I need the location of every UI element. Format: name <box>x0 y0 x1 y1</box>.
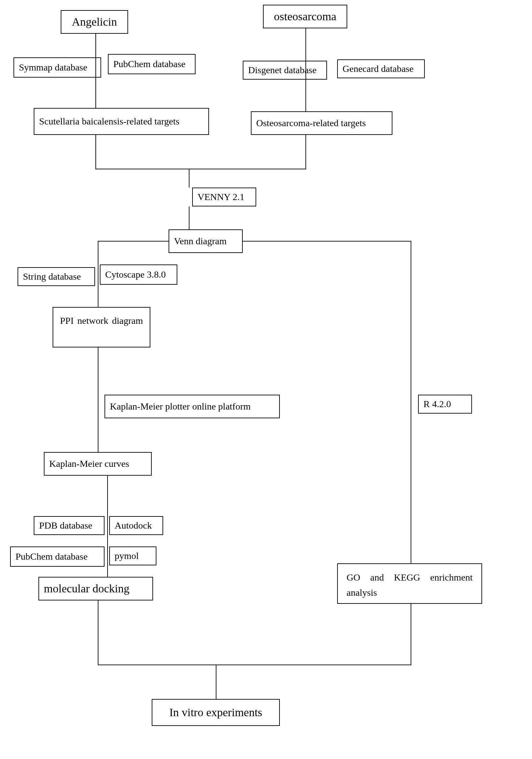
line <box>411 241 411 563</box>
line <box>98 347 98 452</box>
node-pubchem2: PubChem database <box>10 546 105 567</box>
node-cytoscape: Cytoscape 3.8.0 <box>100 264 177 285</box>
node-pubchem1: PubChem database <box>108 54 196 74</box>
node-go-kegg: GO and KEGG enrichment analysis <box>337 563 482 604</box>
line <box>95 34 96 108</box>
line <box>95 135 96 169</box>
node-symmap: Symmap database <box>13 57 101 78</box>
line <box>216 665 216 699</box>
node-pymol: pymol <box>109 546 156 565</box>
node-angelicin: Angelicin <box>61 10 128 34</box>
node-venny: VENNY 2.1 <box>192 188 256 206</box>
node-r420: R 4.2.0 <box>418 395 472 414</box>
line <box>305 28 306 111</box>
node-osteosarcoma: osteosarcoma <box>263 5 347 28</box>
node-string: String database <box>18 267 95 286</box>
line <box>411 604 411 665</box>
node-venn: Venn diagram <box>169 229 243 253</box>
node-os-targets: Osteosarcoma-related targets <box>251 111 392 135</box>
node-genecard: Genecard database <box>337 59 425 78</box>
node-invitro: In vitro experiments <box>152 699 280 726</box>
node-pdb: PDB database <box>34 516 105 535</box>
node-km-curves: Kaplan-Meier curves <box>44 452 152 476</box>
line <box>98 600 98 665</box>
line <box>98 241 98 307</box>
node-sb-targets: Scutellaria baicalensis-related targets <box>34 108 209 135</box>
node-docking: molecular docking <box>38 577 153 600</box>
line <box>107 476 108 577</box>
line <box>243 241 411 242</box>
line <box>98 665 411 665</box>
line <box>189 169 189 188</box>
line <box>305 135 306 169</box>
node-disgenet: Disgenet database <box>243 61 327 80</box>
line <box>189 206 189 229</box>
node-km-plotter: Kaplan-Meier plotter online platform <box>105 395 280 418</box>
line <box>95 169 306 169</box>
node-ppi: PPI network diagram <box>53 307 150 347</box>
line <box>98 241 169 242</box>
node-autodock: Autodock <box>109 516 163 535</box>
